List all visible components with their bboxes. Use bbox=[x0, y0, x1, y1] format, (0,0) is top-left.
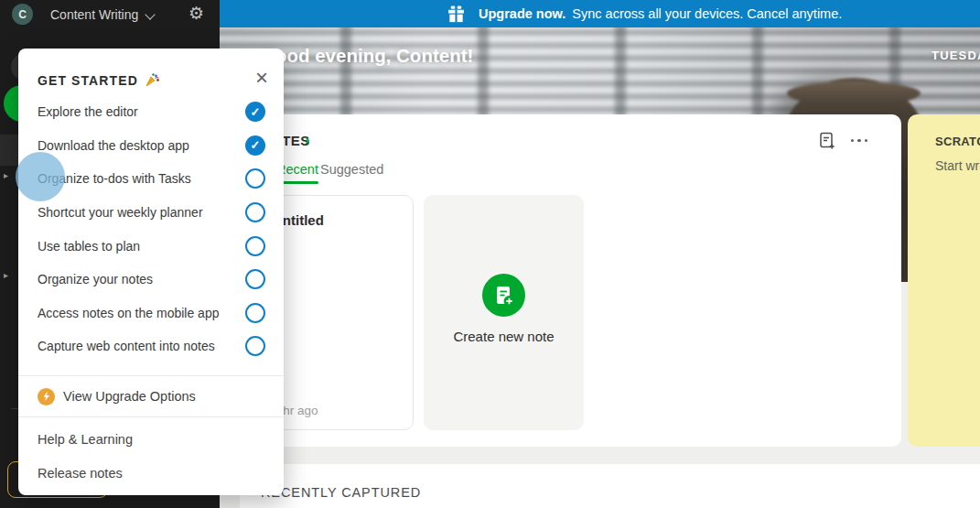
help-learning-link[interactable]: Help & Learning bbox=[38, 432, 133, 447]
recently-captured-title: RECENTLY CAPTURED bbox=[261, 485, 421, 500]
get-started-checklist: Explore the editor ✓ Download the deskto… bbox=[18, 95, 284, 363]
checklist-item[interactable]: Use tables to plan bbox=[18, 229, 284, 263]
scratch-pad-placeholder[interactable]: Start writing... bbox=[935, 158, 980, 173]
checklist-item[interactable]: Explore the editor ✓ bbox=[18, 95, 284, 129]
settings-gear-icon[interactable]: ⚙ bbox=[188, 3, 204, 24]
check-circle-icon[interactable] bbox=[245, 336, 265, 356]
banner-headline: Upgrade now. bbox=[479, 6, 565, 21]
check-circle-icon[interactable] bbox=[245, 303, 265, 323]
workspace-name[interactable]: Content Writing bbox=[50, 7, 138, 22]
greeting-text: Good evening, Content! bbox=[261, 45, 473, 67]
gift-icon bbox=[447, 5, 466, 24]
close-icon[interactable]: × bbox=[252, 65, 272, 91]
lightning-bolt-icon bbox=[38, 388, 55, 405]
get-started-popover: GET STARTED × Explore the editor ✓ Downl… bbox=[18, 49, 284, 495]
expand-arrow-icon[interactable]: ▸ bbox=[4, 170, 8, 180]
view-upgrade-options[interactable]: View Upgrade Options bbox=[38, 384, 196, 408]
more-options-icon[interactable] bbox=[849, 135, 870, 146]
checklist-item[interactable]: Download the desktop app ✓ bbox=[18, 129, 284, 163]
check-circle-icon[interactable] bbox=[245, 236, 265, 256]
checklist-item[interactable]: Shortcut your weekly planner bbox=[18, 196, 284, 230]
recently-captured-widget: RECENTLY CAPTURED bbox=[240, 464, 980, 508]
create-new-note-card[interactable]: Create new note bbox=[424, 195, 584, 430]
expand-arrow-icon[interactable]: ▸ bbox=[4, 270, 8, 280]
workspace-avatar[interactable]: C bbox=[12, 4, 33, 25]
create-note-icon[interactable] bbox=[482, 274, 525, 317]
check-circle-icon[interactable]: ✓ bbox=[245, 135, 265, 156]
popover-divider bbox=[18, 375, 284, 376]
check-circle-icon[interactable] bbox=[245, 168, 265, 189]
notes-widget: NOTES › Recent Suggested Untitled 1 hr a… bbox=[240, 114, 901, 447]
new-note-icon[interactable] bbox=[817, 131, 836, 150]
chevron-down-icon[interactable] bbox=[145, 9, 155, 19]
app-window: Upgrade now. Sync across all your device… bbox=[0, 0, 980, 508]
notes-chevron-icon[interactable]: › bbox=[305, 131, 310, 149]
check-circle-icon[interactable]: ✓ bbox=[245, 102, 265, 122]
banner-subtext: Sync across all your devices. Cancel any… bbox=[572, 6, 842, 21]
release-notes-link[interactable]: Release notes bbox=[38, 466, 123, 481]
check-circle-icon[interactable] bbox=[245, 202, 265, 222]
scratch-pad-widget[interactable]: SCRATCH PAD Start writing... bbox=[908, 114, 980, 447]
date-label: TUESDAY bbox=[932, 49, 980, 62]
scratch-pad-title: SCRATCH PAD bbox=[935, 135, 980, 148]
checklist-item[interactable]: Access notes on the mobile app bbox=[18, 297, 284, 330]
create-note-label: Create new note bbox=[424, 329, 584, 344]
checklist-item[interactable]: Organize your notes bbox=[18, 263, 284, 297]
checklist-item[interactable]: Capture web content into notes bbox=[18, 330, 284, 363]
checklist-item[interactable]: Organize to-dos with Tasks bbox=[18, 162, 284, 196]
check-circle-icon[interactable] bbox=[245, 269, 265, 289]
party-popper-icon bbox=[145, 72, 160, 88]
upgrade-banner: Upgrade now. Sync across all your device… bbox=[220, 0, 980, 27]
popover-divider bbox=[18, 416, 284, 417]
tab-suggested[interactable]: Suggested bbox=[320, 162, 383, 177]
get-started-title: GET STARTED bbox=[38, 73, 138, 88]
